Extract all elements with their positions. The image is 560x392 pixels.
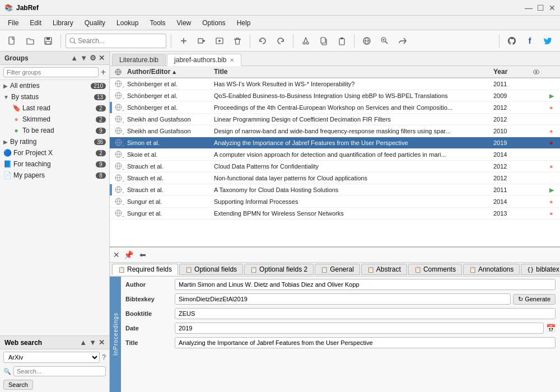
sidebar-item-by-rating[interactable]: ▶ By rating 36 — [0, 136, 109, 147]
menu-quality[interactable]: Quality — [80, 18, 110, 28]
sidebar-item-my-papers[interactable]: 📄 My papers 8 — [0, 170, 109, 181]
filter-groups-input[interactable] — [3, 67, 99, 77]
fulltext-button[interactable] — [377, 33, 393, 49]
form-fields: Author Bibtexkey ↻ Generate Booktitle Da… — [121, 277, 560, 392]
minimize-btn[interactable]: — — [525, 3, 533, 12]
title-input[interactable] — [175, 337, 556, 348]
table-row[interactable]: Schönberger et al. Has WS-I's Work Resul… — [110, 78, 560, 90]
field-tab-optional-fields[interactable]: 📋Optional fields — [179, 264, 243, 275]
groups-up-btn[interactable]: ▲ — [71, 54, 78, 62]
github-button[interactable] — [504, 33, 520, 49]
sidebar-item-all-entries[interactable]: ▶ All entries 210 — [0, 80, 109, 91]
add-group-button[interactable]: + — [101, 67, 106, 77]
menu-tools[interactable]: Tools — [145, 18, 170, 28]
calendar-icon[interactable]: 📅 — [546, 324, 556, 333]
generate-button[interactable]: ↻ Generate — [513, 294, 556, 305]
field-tab-optional-fields-2[interactable]: 📋Optional fields 2 — [244, 264, 314, 275]
web-lookup-button[interactable] — [359, 33, 375, 49]
sidebar-item-last-read[interactable]: 🔖 Last read 2 — [0, 102, 109, 114]
col-year-header[interactable]: Year — [491, 66, 530, 77]
filter-groups-row: + — [0, 65, 109, 80]
search-input[interactable] — [78, 37, 162, 45]
booktitle-input[interactable] — [175, 308, 556, 319]
bibtexkey-input[interactable] — [175, 293, 511, 305]
groups-down-btn[interactable]: ▼ — [80, 54, 87, 62]
table-row[interactable]: Strauch et al. Non-functional data layer… — [110, 172, 560, 184]
col-flag-header[interactable] — [547, 66, 560, 77]
svg-rect-20 — [321, 38, 325, 43]
table-row[interactable]: Simon et al. Analyzing the Importance of… — [110, 137, 560, 149]
websearch-input[interactable] — [13, 366, 106, 376]
sidebar-item-by-status[interactable]: ▼ By status 13 — [0, 91, 109, 102]
bottom-pin-btn[interactable]: 📌 — [122, 249, 134, 261]
add-entry-list-button[interactable] — [194, 33, 209, 49]
field-tab-general[interactable]: 📋General — [315, 264, 360, 275]
arxiv-select[interactable]: ArXiv — [3, 352, 100, 363]
twitter-button[interactable] — [540, 33, 556, 49]
menu-view[interactable]: View — [172, 18, 195, 28]
table-row[interactable]: Schönberger et al. QoS-Enabled Business-… — [110, 90, 560, 102]
table-row[interactable]: Skoie et al. A computer vision approach … — [110, 149, 560, 161]
sidebar-item-skimmed[interactable]: ● Skimmed 2 — [0, 114, 109, 125]
field-tab-required-fields[interactable]: 📋Required fields — [112, 264, 178, 275]
bottom-close-btn[interactable]: ✕ — [113, 250, 120, 259]
cut-button[interactable] — [298, 33, 314, 49]
sidebar-item-for-project-x[interactable]: 🔵 For Project X 2 — [0, 147, 109, 158]
sidebar-item-for-teaching[interactable]: 📘 For teaching 9 — [0, 158, 109, 170]
table-row[interactable]: Sungur et al. Supporting Informal Proces… — [110, 196, 560, 208]
tab-literature[interactable]: Literature.bib — [112, 54, 166, 66]
menu-file[interactable]: File — [3, 18, 23, 28]
tab-jabref-authors[interactable]: jabref-authors.bib ✕ — [167, 54, 241, 66]
websearch-up-btn[interactable]: ▲ — [80, 338, 87, 347]
groups-close-btn[interactable]: ✕ — [99, 54, 105, 62]
table-row[interactable]: Strauch et al. Cloud Data Patterns for C… — [110, 161, 560, 172]
table-row[interactable]: Sheikh and Gustafsson Linear Programming… — [110, 114, 560, 125]
field-tab-abstract[interactable]: 📋Abstract — [361, 264, 407, 275]
search-box[interactable] — [66, 34, 166, 48]
save-file-button[interactable] — [40, 33, 56, 49]
menu-library[interactable]: Library — [48, 18, 78, 28]
field-tab-comments[interactable]: 📋Comments — [408, 264, 462, 275]
menu-options[interactable]: Options — [198, 18, 230, 28]
field-tab-biblatex-source[interactable]: {}biblatex source — [521, 264, 560, 275]
col-globe-header[interactable] — [112, 66, 124, 77]
sidebar-item-to-be-read[interactable]: ● To be read 9 — [0, 125, 109, 136]
author-input[interactable] — [175, 279, 556, 290]
delete-button[interactable] — [230, 33, 245, 49]
add-entry-button[interactable] — [176, 33, 192, 49]
menu-edit[interactable]: Edit — [25, 18, 46, 28]
arxiv-help-icon[interactable]: ? — [102, 353, 106, 361]
tab-jabref-authors-close[interactable]: ✕ — [230, 57, 234, 63]
copy-button[interactable] — [316, 33, 332, 49]
row-globe — [112, 208, 124, 219]
add-from-id-button[interactable] — [212, 33, 227, 49]
table-row[interactable]: Sungur et al. Extending BPMN for Wireles… — [110, 208, 560, 220]
col-author-header[interactable]: Author/Editor ▲ — [124, 66, 211, 77]
menu-lookup[interactable]: Lookup — [112, 18, 143, 28]
facebook-button[interactable]: f — [522, 33, 538, 49]
date-input[interactable] — [175, 323, 544, 334]
bottom-prev-entry-btn[interactable]: ⬅ — [137, 249, 149, 261]
redo-button[interactable] — [273, 33, 288, 49]
table-row[interactable]: Sheikh and Gustafsson Design of narrow-b… — [110, 125, 560, 137]
paste-button[interactable] — [334, 33, 349, 49]
share-button[interactable] — [395, 33, 410, 49]
window-controls[interactable]: — ☐ ✕ — [525, 3, 556, 12]
field-tab-annotations[interactable]: 📋Annotations — [463, 264, 520, 275]
groups-settings-btn[interactable]: ⚙ — [90, 54, 96, 62]
undo-button[interactable] — [255, 33, 270, 49]
menu-help[interactable]: Help — [232, 18, 255, 28]
open-file-button[interactable] — [22, 33, 38, 49]
table-row[interactable]: Strauch et al. A Taxonomy for Cloud Data… — [110, 184, 560, 196]
table-row[interactable]: Schönberger et al. Proceedings of the 4t… — [110, 102, 560, 114]
maximize-btn[interactable]: ☐ — [537, 3, 544, 12]
col-eye-header[interactable] — [530, 66, 547, 77]
websearch-close-btn[interactable]: ✕ — [99, 338, 105, 347]
websearch-submit-button[interactable]: Search — [3, 380, 33, 390]
for-teaching-label: For teaching — [13, 160, 51, 168]
new-file-button[interactable] — [4, 33, 20, 49]
websearch-down-btn[interactable]: ▼ — [89, 338, 96, 347]
col-title-header[interactable]: Title — [211, 66, 491, 77]
row-eye — [530, 142, 547, 144]
close-btn[interactable]: ✕ — [549, 3, 556, 12]
